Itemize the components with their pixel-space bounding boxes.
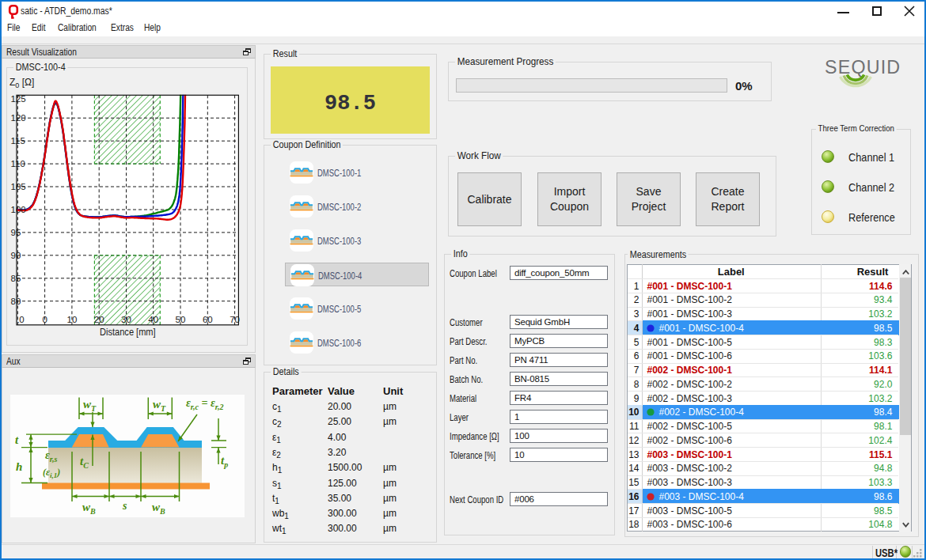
svg-text:80: 80	[11, 297, 21, 306]
svg-text:100: 100	[11, 205, 26, 214]
svg-text:70: 70	[230, 315, 240, 324]
svg-text:10: 10	[67, 315, 78, 324]
svg-text:85: 85	[11, 274, 21, 283]
svg-text:115: 115	[11, 136, 25, 146]
svg-text:105: 105	[11, 182, 26, 191]
svg-text:120: 120	[11, 113, 26, 123]
svg-text:110: 110	[11, 159, 25, 168]
svg-text:90: 90	[11, 251, 21, 260]
svg-text:30: 30	[121, 315, 131, 324]
svg-text:20: 20	[94, 315, 104, 324]
svg-text:50: 50	[176, 315, 186, 324]
svg-text:40: 40	[148, 315, 158, 324]
svg-text:60: 60	[203, 315, 213, 324]
svg-text:0: 0	[42, 315, 47, 324]
svg-text:-10: -10	[11, 315, 25, 324]
svg-text:95: 95	[11, 228, 21, 237]
svg-text:125: 125	[11, 94, 26, 104]
